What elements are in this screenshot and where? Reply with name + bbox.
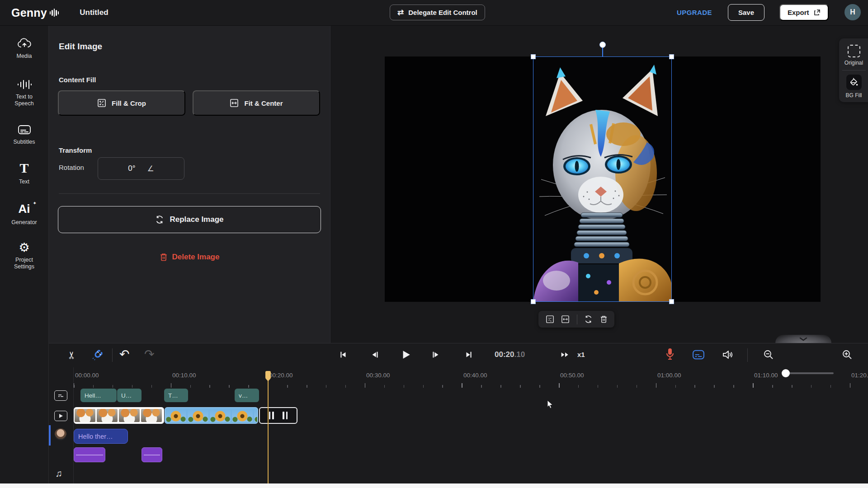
sidebar-item-media[interactable]: Media	[0, 38, 48, 60]
sidebar-item-project-settings[interactable]: ⚙ Project Settings	[0, 240, 48, 270]
playhead-handle-tip	[265, 378, 271, 381]
sidebar-item-subtitles[interactable]: Subtitles	[0, 124, 48, 145]
snap-magnet-icon[interactable]	[92, 349, 104, 361]
ruler-label: 00:00.00	[75, 372, 99, 379]
fill-crop-button[interactable]: Fill & Crop	[58, 90, 185, 116]
skip-to-end-button[interactable]	[464, 350, 474, 360]
delegate-edit-control-button[interactable]: ⇄ Delegate Edit Control	[390, 5, 485, 20]
upgrade-link[interactable]: UPGRADE	[677, 9, 712, 16]
ruler-label: 00:20.00	[269, 372, 293, 379]
music-waveform-line	[144, 455, 160, 455]
zoom-slider-knob[interactable]	[782, 369, 790, 377]
music-waveform-line	[76, 455, 103, 455]
ruler-label: 01:10.00	[754, 372, 778, 379]
undo-icon[interactable]: ↶	[119, 347, 130, 361]
panel-title: Edit Image	[59, 42, 102, 52]
record-mic-icon[interactable]	[665, 348, 675, 361]
music-clip[interactable]	[74, 447, 105, 462]
video-clip-sunflowers[interactable]	[165, 407, 258, 424]
voice-clip[interactable]: Hello ther…	[74, 429, 128, 444]
text-t-icon: T	[0, 161, 48, 175]
video-clip-dark[interactable]	[259, 407, 297, 424]
subtitle-clip[interactable]: v…	[235, 389, 259, 402]
video-clip-cats[interactable]	[74, 407, 164, 424]
previous-frame-button[interactable]	[370, 350, 380, 360]
sidebar-item-ai-generator[interactable]: Ai✦ Generator	[0, 202, 48, 226]
fit-center-icon-button[interactable]	[561, 315, 570, 324]
voice-speaker-avatar[interactable]	[55, 428, 66, 440]
rotation-input[interactable]: 0° ∠	[98, 157, 184, 180]
subtitle-track-icon[interactable]	[54, 390, 67, 401]
timeline-zoom-slider[interactable]	[787, 372, 834, 374]
selection-border[interactable]	[533, 56, 672, 302]
ruler-major-ticks	[74, 383, 868, 388]
sidebar-item-text[interactable]: T Text	[0, 161, 48, 185]
fast-forward-icon[interactable]	[561, 351, 570, 359]
playhead-line[interactable]	[268, 371, 269, 484]
subtitle-clip[interactable]: U…	[117, 389, 142, 402]
zoom-out-icon[interactable]	[763, 349, 774, 360]
rotation-handle[interactable]	[599, 42, 606, 48]
avatar[interactable]: H	[844, 4, 861, 20]
play-button[interactable]	[400, 349, 411, 361]
fill-crop-icon-button[interactable]	[546, 315, 554, 324]
fit-center-icon	[230, 99, 239, 108]
top-bar: Genny Untitled ⇄ Delegate Edit Control U…	[0, 0, 868, 26]
selection-handle-top-left[interactable]	[531, 54, 536, 59]
subtitle-clip[interactable]: Hell…	[80, 389, 117, 402]
skip-to-start-button[interactable]	[338, 350, 348, 360]
export-button[interactable]: Export	[779, 4, 829, 21]
replace-image-button[interactable]: Replace Image	[58, 206, 321, 233]
replace-icon-button[interactable]	[584, 315, 593, 324]
subtitles-toggle-icon[interactable]	[692, 350, 705, 360]
zoom-in-icon[interactable]	[842, 349, 853, 360]
ruler-label: 00:40.00	[463, 372, 487, 379]
playhead-handle[interactable]	[265, 371, 271, 378]
angle-icon: ∠	[147, 164, 154, 174]
sidebar-item-text-to-speech[interactable]: Text to Speech	[0, 79, 48, 107]
video-clip-thumbnail	[163, 409, 164, 422]
selection-handle-bottom-left[interactable]	[531, 299, 536, 304]
cloud-upload-icon	[0, 38, 48, 50]
delete-image-button[interactable]: Delete Image	[58, 250, 321, 264]
bg-fill-icon[interactable]	[846, 75, 862, 90]
original-view-icon[interactable]	[848, 45, 860, 57]
original-label: Original	[844, 60, 863, 66]
ruler-label: 00:30.00	[366, 372, 390, 379]
music-track-icon: ♫	[55, 468, 62, 479]
selection-handle-top-right[interactable]	[669, 54, 674, 59]
transform-label: Transform	[59, 146, 92, 154]
genny-video-editor: Genny Untitled ⇄ Delegate Edit Control U…	[0, 0, 868, 488]
volume-icon[interactable]	[722, 349, 734, 360]
image-context-toolbar	[538, 311, 614, 328]
next-frame-button[interactable]	[431, 350, 441, 360]
split-scissors-icon[interactable]: ✂	[66, 351, 78, 359]
video-clip-thumbnail	[188, 409, 208, 422]
subtitle-clip[interactable]: T…	[164, 389, 188, 402]
track-header-divider	[73, 367, 74, 484]
video-clip-thumbnail	[210, 409, 231, 422]
redo-icon[interactable]: ↷	[144, 347, 155, 361]
clip-bars	[283, 412, 288, 419]
waveform-icon	[50, 9, 59, 17]
view-divider	[842, 70, 866, 70]
preview-canvas-area: Original BG Fill	[330, 25, 868, 343]
video-clip-thumbnail	[97, 409, 118, 422]
ai-sparkle-icon: Ai✦	[0, 202, 48, 216]
document-title[interactable]: Untitled	[80, 8, 108, 17]
playback-speed[interactable]: x1	[577, 351, 585, 358]
save-button[interactable]: Save	[728, 4, 764, 21]
fit-center-button[interactable]: Fit & Center	[193, 90, 320, 116]
ruler-label: 01:20.00	[851, 372, 868, 379]
video-clip-thumbnail	[165, 409, 186, 422]
view-controls: Original BG Fill	[839, 38, 868, 102]
toolbar-divider	[747, 348, 748, 362]
delete-icon-button[interactable]	[600, 315, 608, 324]
timeline-collapse-hump[interactable]	[775, 335, 831, 343]
music-clip[interactable]	[142, 447, 162, 462]
video-clip-thumbnail	[232, 409, 253, 422]
rotation-stem	[602, 47, 603, 56]
video-track-icon[interactable]	[54, 411, 67, 421]
selection-handle-bottom-right[interactable]	[669, 299, 674, 304]
rotation-value[interactable]: 0°	[128, 164, 135, 173]
